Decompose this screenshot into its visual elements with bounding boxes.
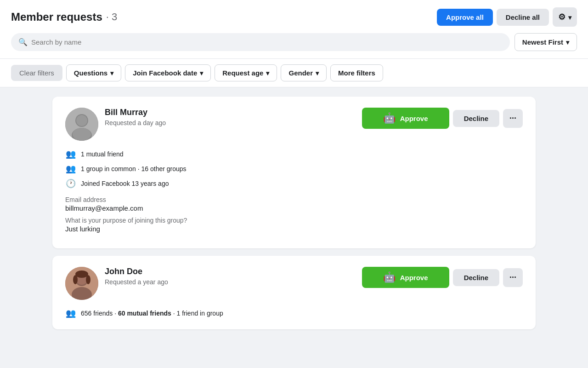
member-request-time: Requested a year ago: [105, 278, 168, 286]
question-answer: Just lurking: [65, 225, 523, 233]
email-label: Email address: [65, 196, 523, 203]
svg-point-11: [86, 275, 90, 284]
member-card: Bill Murray Requested a day ago 🤖 Approv…: [52, 97, 536, 248]
member-text: Bill Murray Requested a day ago: [105, 108, 166, 126]
avatar: [65, 108, 98, 141]
search-filter-row: 🔍 Newest First: [11, 33, 577, 51]
groups-row: 👥 1 group in common · 16 other groups: [65, 164, 523, 174]
card-actions: 🤖 Approve Decline ···: [362, 267, 523, 288]
approve-all-button[interactable]: Approve all: [437, 9, 493, 26]
member-name: John Doe: [105, 267, 168, 276]
member-info: John Doe Requested a year ago: [65, 267, 168, 300]
more-options-button[interactable]: ···: [503, 109, 523, 128]
ellipsis-icon: ···: [509, 273, 516, 282]
svg-point-10: [73, 275, 78, 284]
sort-dropdown[interactable]: Newest First: [514, 33, 577, 51]
card-details: 👥 656 friends · 60 mutual friends · 1 fr…: [65, 308, 523, 318]
join-fb-date-filter-button[interactable]: Join Facebook date: [125, 64, 211, 81]
clear-filters-button[interactable]: Clear filters: [11, 65, 62, 81]
header-actions: Approve all Decline all: [437, 7, 577, 27]
avatar: [65, 267, 98, 300]
card-details: 👥 1 mutual friend 👥 1 group in common · …: [65, 149, 523, 189]
card-header: Bill Murray Requested a day ago 🤖 Approv…: [65, 108, 523, 141]
ellipsis-icon: ···: [509, 114, 516, 123]
member-count: · 3: [106, 11, 117, 23]
member-name: Bill Murray: [105, 108, 166, 117]
member-card: John Doe Requested a year ago 🤖 Approve …: [52, 256, 536, 329]
sort-chevron-icon: [566, 38, 569, 46]
member-text: John Doe Requested a year ago: [105, 267, 168, 286]
decline-button[interactable]: Decline: [453, 110, 499, 127]
gender-chevron-icon: [316, 69, 319, 77]
mutual-friends-row: 👥 1 mutual friend: [65, 149, 523, 159]
request-age-chevron-icon: [266, 69, 269, 77]
email-value: billmurray@example.com: [65, 204, 523, 212]
search-input[interactable]: [31, 38, 503, 46]
svg-point-3: [76, 115, 87, 126]
gear-icon: [558, 12, 565, 22]
search-icon: 🔍: [18, 38, 28, 46]
chevron-down-icon: [568, 13, 571, 21]
more-options-button[interactable]: ···: [503, 268, 523, 287]
search-box: 🔍: [11, 33, 510, 51]
more-filters-button[interactable]: More filters: [330, 64, 383, 81]
question-label: What is your purpose of joining this gro…: [65, 217, 523, 224]
decline-all-button[interactable]: Decline all: [497, 9, 549, 26]
gender-filter-button[interactable]: Gender: [281, 64, 327, 81]
approve-button[interactable]: 🤖 Approve: [362, 108, 449, 129]
question-field: What is your purpose of joining this gro…: [65, 217, 523, 233]
card-qa: Email address billmurray@example.com Wha…: [65, 196, 523, 233]
main-content: Bill Murray Requested a day ago 🤖 Approv…: [41, 87, 547, 346]
friends-row: 👥 656 friends · 60 mutual friends · 1 fr…: [65, 308, 523, 318]
settings-button[interactable]: [553, 7, 577, 27]
clock-icon: 🕐: [65, 178, 76, 189]
questions-filter-button[interactable]: Questions: [66, 64, 121, 81]
request-age-filter-button[interactable]: Request age: [215, 64, 277, 81]
card-header: John Doe Requested a year ago 🤖 Approve …: [65, 267, 523, 300]
groups-icon: 👥: [65, 164, 76, 174]
svg-point-4: [73, 128, 91, 141]
member-info: Bill Murray Requested a day ago: [65, 108, 166, 141]
decline-button[interactable]: Decline: [453, 269, 499, 286]
approve-button[interactable]: 🤖 Approve: [362, 267, 449, 288]
people-icon: 👥: [65, 149, 76, 159]
email-field: Email address billmurray@example.com: [65, 196, 523, 212]
join-fb-chevron-icon: [200, 69, 203, 77]
robot-icon: 🤖: [383, 112, 396, 124]
member-request-time: Requested a day ago: [105, 119, 166, 126]
questions-chevron-icon: [110, 69, 113, 77]
people-icon: 👥: [65, 308, 76, 318]
joined-fb-row: 🕐 Joined Facebook 13 years ago: [65, 178, 523, 189]
robot-icon: 🤖: [383, 271, 396, 283]
svg-point-9: [75, 270, 88, 278]
page-title: Member requests · 3: [11, 11, 117, 23]
card-actions: 🤖 Approve Decline ···: [362, 108, 523, 129]
filter-row: Clear filters Questions Join Facebook da…: [0, 59, 588, 87]
